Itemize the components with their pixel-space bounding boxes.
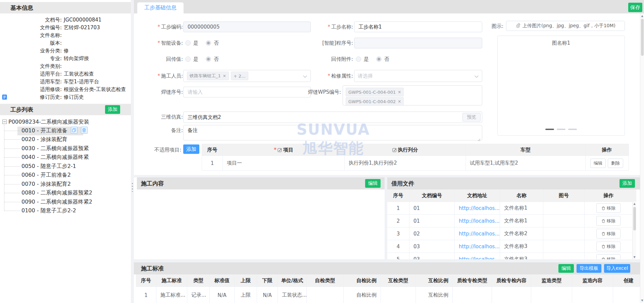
worker-more-tag[interactable]: + 2...: [231, 72, 248, 80]
smart-device-radios: 是 否: [185, 38, 219, 48]
step-name-input[interactable]: [354, 21, 482, 32]
row-delete-button[interactable]: 删除: [608, 159, 623, 168]
repair-attr-select[interactable]: 请选择: [354, 70, 482, 82]
sim-preview-button[interactable]: 预览: [462, 113, 481, 122]
tree-connector: [4, 166, 20, 167]
radio-no-selected[interactable]: [206, 56, 211, 62]
scroll-up-icon[interactable]: ▲: [640, 14, 644, 17]
info-row: 文件类别:: [0, 62, 131, 70]
scrollbar-thumb[interactable]: [641, 19, 644, 56]
tree-item-0100[interactable]: 0100 - 随意子工步2-2: [21, 206, 76, 215]
not-applicable-label: 不适用项目:: [124, 144, 181, 155]
not-applicable-add-button[interactable]: 添加: [183, 144, 199, 154]
file-url-link[interactable]: http://localhos...: [455, 227, 500, 240]
content-panel-body: [137, 189, 385, 259]
files-table-row: 5 03 http://localhos... 文件名称3 移除: [387, 253, 636, 259]
step-code-label: *工步编码:: [129, 21, 183, 32]
tree-item-0020[interactable]: 0020 - 涂抹装配育: [21, 135, 67, 144]
remark-textarea[interactable]: 备注: [183, 125, 482, 140]
main-scrollbar[interactable]: ▲ ▼: [640, 13, 644, 303]
step-list-header: 工步列表 添加: [0, 104, 131, 115]
return-attach-label: 回传附件:: [302, 54, 353, 64]
row-edit-button[interactable]: 编辑: [590, 159, 606, 168]
basic-info-title: 基本信息: [10, 4, 33, 12]
tag-close-icon[interactable]: ×: [398, 90, 401, 94]
wps-tag: GWPS-001-C-004-001×: [346, 88, 404, 96]
smart-program-label: [智能]程序号:: [302, 38, 353, 48]
tree-item-0010[interactable]: 0010 - 开工前准备: [21, 126, 88, 135]
return-value-radios: 是 否: [185, 54, 219, 64]
carousel-dot-active[interactable]: [545, 129, 554, 130]
tree-collapse-toggle[interactable]: −: [2, 120, 7, 124]
standard-import-button[interactable]: 导入excel: [604, 264, 630, 273]
upload-image-button[interactable]: 上传图片(png、jpg、jpeg、gif，小于10M): [506, 21, 625, 31]
info-row: 适用修级:根据业务分类-工装状态检查: [0, 86, 131, 93]
tree-item-0040[interactable]: 0040 - 二系横向减振器终紧: [21, 153, 89, 162]
tree-item-0080[interactable]: 0080 - 二系横向减振器预紧2: [21, 188, 92, 197]
radio-no-selected[interactable]: [376, 56, 382, 62]
radio-yes[interactable]: [185, 40, 191, 46]
tree-item-0090[interactable]: 0090 - 二系横向减振器终紧2: [21, 198, 92, 206]
illustration-preview-box: 图名称1: [497, 36, 625, 136]
info-row: 专业:转向架焊接: [0, 55, 131, 62]
file-remove-button[interactable]: 移除: [596, 229, 621, 239]
save-button[interactable]: 保存: [628, 3, 642, 12]
tree-connector: [4, 202, 20, 202]
edit-column-icon: [392, 147, 397, 152]
content-edit-button[interactable]: 编辑: [365, 179, 381, 188]
info-row: 文件编号:艺转焊-021703: [0, 24, 131, 32]
tag-close-icon[interactable]: ×: [223, 74, 226, 78]
tab-step-basic-info[interactable]: 工步基础信息: [137, 2, 184, 13]
splitter-handle-icon: [132, 183, 133, 192]
weld-wps-multiselect[interactable]: GWPS-001-C-004-001× GWPS-001-C-004-002×: [343, 85, 482, 105]
carousel-dot[interactable]: [557, 129, 565, 130]
files-table-row: 2 01 http://localhos... 文件名称1 移除: [387, 214, 636, 227]
radio-yes[interactable]: [185, 56, 191, 62]
info-row: 适用平台:工装状态检查: [0, 70, 131, 78]
step-code-input[interactable]: [183, 21, 311, 32]
radio-yes[interactable]: [356, 56, 361, 62]
carousel-dot[interactable]: [568, 129, 577, 130]
workers-label: *施工人员:: [129, 71, 183, 81]
files-scrollbar[interactable]: ▲ ▼: [632, 202, 636, 259]
standard-edit-button[interactable]: 编辑: [558, 264, 574, 273]
edit-column-icon: [278, 147, 282, 152]
copy-icon[interactable]: [71, 127, 78, 134]
tag-close-icon[interactable]: ×: [398, 99, 401, 104]
smart-program-input[interactable]: [354, 38, 482, 48]
step-add-button[interactable]: 添加: [105, 105, 120, 114]
tree-item-0050[interactable]: 0050 - 随意子工步2-1: [21, 162, 76, 171]
file-remove-button[interactable]: 移除: [596, 254, 621, 259]
scrollbar-thumb[interactable]: [633, 207, 636, 230]
standard-export-button[interactable]: 导出模板: [577, 264, 601, 273]
files-add-button[interactable]: 添加: [620, 179, 635, 188]
app-root: 基本信息 文档号:JGC000000841 文件编号:艺转焊-021703 文件…: [0, 0, 644, 303]
tab-bar: [134, 0, 644, 13]
file-url-link[interactable]: http://localhos...: [455, 215, 500, 227]
file-url-link[interactable]: http://localhos...: [455, 253, 500, 259]
scroll-down-icon[interactable]: ▼: [633, 256, 636, 259]
trash-icon[interactable]: [81, 127, 88, 134]
revision-doc-icon[interactable]: [2, 94, 7, 102]
tree-root-node[interactable]: P00098234-二系横向减振器安装: [8, 118, 89, 126]
file-url-link[interactable]: http://localhos...: [455, 202, 500, 214]
tree-item-0070[interactable]: 0070 - 涂抹装配育2: [21, 180, 71, 188]
files-table-row: 1 01 http://localhos... 文件名称1 移除: [387, 202, 636, 214]
scroll-up-icon[interactable]: ▲: [633, 202, 636, 205]
resize-handle-icon[interactable]: [477, 136, 481, 143]
radio-no-selected[interactable]: [206, 40, 211, 46]
remark-label: 备注:: [129, 125, 183, 136]
tree-item-0060[interactable]: 0060 - 开工前准备2: [21, 171, 71, 179]
info-row: 适用车型:车型1-适用平台: [0, 78, 131, 86]
revision-link[interactable]: 修订历史: [64, 94, 84, 100]
workers-multiselect[interactable]: 铁路车辆钳工_1× + 2...: [183, 70, 311, 82]
tree-connector: [4, 157, 20, 158]
file-remove-button[interactable]: 移除: [596, 203, 621, 213]
file-url-link[interactable]: http://localhos...: [455, 240, 500, 253]
files-table-row: 3 02 http://localhos... 文件名称2 移除: [387, 227, 636, 240]
tree-item-0030[interactable]: 0030 - 二系横向减振器预紧: [21, 144, 89, 153]
file-remove-button[interactable]: 移除: [596, 216, 621, 226]
scroll-down-icon[interactable]: ▼: [640, 299, 644, 302]
sim-input[interactable]: [183, 112, 482, 123]
file-remove-button[interactable]: 移除: [596, 242, 621, 251]
